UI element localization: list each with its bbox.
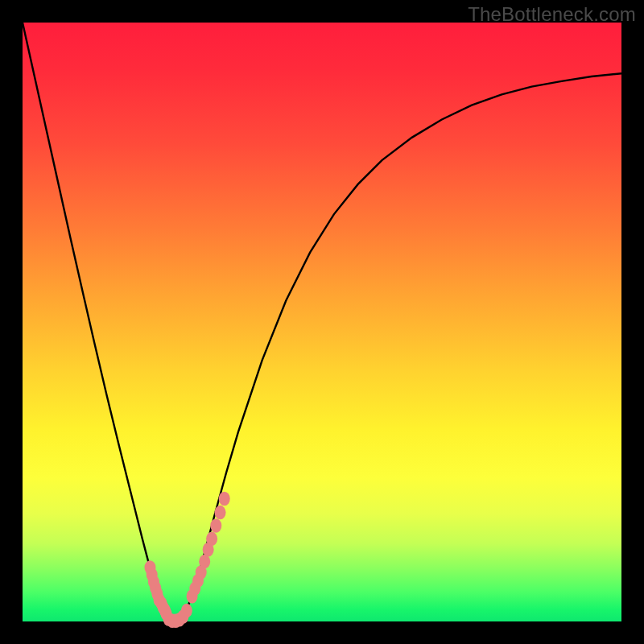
curve-marker xyxy=(210,518,221,533)
curve-marker xyxy=(199,555,210,569)
bottleneck-curve xyxy=(23,23,621,621)
curve-marker xyxy=(206,532,217,547)
curve-markers xyxy=(144,492,229,628)
curve-marker xyxy=(219,492,230,506)
watermark-text: TheBottleneck.com xyxy=(468,3,636,26)
chart-frame: TheBottleneck.com xyxy=(0,0,644,644)
chart-plot-area xyxy=(23,23,621,621)
curve-marker xyxy=(215,506,226,520)
chart-svg xyxy=(23,23,621,621)
curve-marker xyxy=(181,604,192,618)
